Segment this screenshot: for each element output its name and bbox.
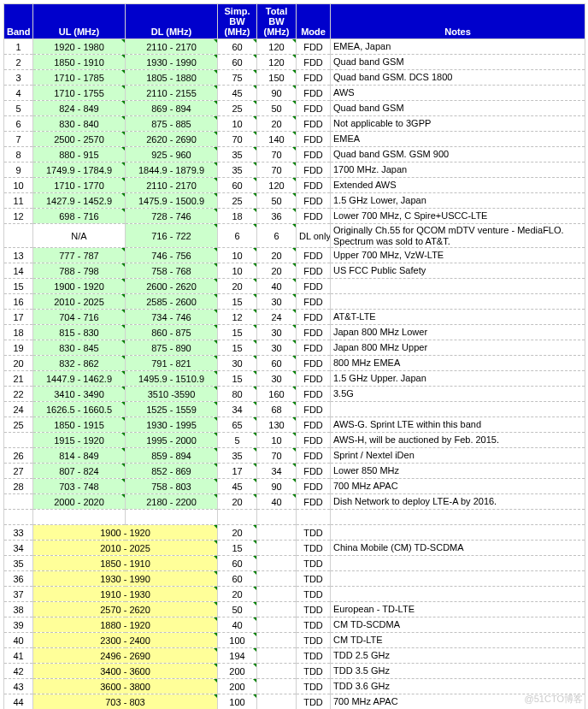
cell-tbw: 60 [257, 356, 297, 371]
header-tbw: Total BW (MHz) [257, 4, 297, 39]
table-row: 44703 - 803100TDD700 MHz APAC [4, 694, 585, 709]
empty-cell [297, 510, 331, 525]
cell-dl: 2600 - 2620 [126, 279, 218, 294]
band-table: Band UL (MHz) DL (MHz) Simp. BW (MHz) To… [3, 3, 585, 709]
table-row: 1915 - 19201995 - 2000510FDDAWS-H, will … [4, 433, 585, 448]
cell-sbw: 20 [218, 279, 257, 294]
empty-cell [218, 510, 257, 525]
cell-freq-merged: 2496 - 2690 [33, 648, 218, 664]
cell-tbw [257, 587, 297, 602]
cell-tbw: 120 [257, 39, 297, 55]
cell-sbw: 12 [218, 310, 257, 325]
cell-notes: Quad band GSM. DCS 1800 [331, 70, 585, 86]
cell-mode: TDD [297, 664, 331, 679]
table-row: 111427.9 - 1452.91475.9 - 1500.92550FDD1… [4, 193, 585, 209]
cell-tbw [257, 571, 297, 587]
cell-sbw: 200 [218, 679, 257, 694]
cell-freq-merged: 3600 - 3800 [33, 679, 218, 694]
cell-ul: N/A [33, 224, 126, 248]
table-row: 331900 - 192020TDD [4, 525, 585, 541]
table-row: 27807 - 824852 - 8691734FDDLower 850 MHz [4, 464, 585, 479]
cell-sbw: 65 [218, 417, 257, 433]
cell-band: 8 [4, 147, 33, 162]
table-row: 11920 - 19802110 - 217060120FDDEMEA, Jap… [4, 39, 585, 55]
cell-ul: 3410 - 3490 [33, 387, 126, 402]
cell-band: 4 [4, 86, 33, 101]
cell-ul: 704 - 716 [33, 310, 126, 325]
cell-dl: 2620 - 2690 [126, 132, 218, 147]
cell-sbw: 20 [218, 525, 257, 541]
cell-mode: FDD [297, 55, 331, 70]
table-row: 101710 - 17702110 - 217060120FDDExtended… [4, 178, 585, 193]
cell-band: 1 [4, 39, 33, 55]
cell-notes: Japan 800 MHz Lower [331, 325, 585, 340]
header-notes: Notes [331, 4, 585, 39]
cell-freq-merged: 2010 - 2025 [33, 541, 218, 556]
cell-notes: 1700 MHz. Japan [331, 162, 585, 178]
cell-mode: TDD [297, 571, 331, 587]
cell-dl: 746 - 756 [126, 248, 218, 263]
cell-sbw: 60 [218, 55, 257, 70]
cell-dl: 1475.9 - 1500.9 [126, 193, 218, 209]
cell-sbw: 10 [218, 116, 257, 132]
cell-dl: 1805 - 1880 [126, 70, 218, 86]
cell-tbw: 40 [257, 279, 297, 294]
table-row: 26814 - 849859 - 8943570FDDSprint / Next… [4, 448, 585, 464]
cell-notes: Lower 700 MHz, C Spire+USCC-LTE [331, 209, 585, 224]
cell-mode: FDD [297, 310, 331, 325]
cell-mode: FDD [297, 248, 331, 263]
cell-mode: TDD [297, 541, 331, 556]
cell-dl: 1930 - 1995 [126, 417, 218, 433]
header-dl: DL (MHz) [126, 4, 218, 39]
cell-band: 17 [4, 310, 33, 325]
cell-band: 42 [4, 664, 33, 679]
table-row: 351850 - 191060TDD [4, 556, 585, 571]
cell-dl: 1930 - 1990 [126, 55, 218, 70]
table-row: 2000 - 20202180 - 22002040FDDDish Networ… [4, 494, 585, 510]
table-row: 251850 - 19151930 - 199565130FDDAWS-G. S… [4, 417, 585, 433]
cell-sbw: 60 [218, 39, 257, 55]
cell-mode: FDD [297, 494, 331, 510]
cell-notes: Quad band GSM [331, 55, 585, 70]
cell-sbw: 60 [218, 178, 257, 193]
cell-tbw: 50 [257, 193, 297, 209]
cell-sbw: 34 [218, 402, 257, 417]
cell-sbw: 200 [218, 664, 257, 679]
cell-tbw: 90 [257, 86, 297, 101]
cell-dl: 734 - 746 [126, 310, 218, 325]
cell-sbw: 80 [218, 387, 257, 402]
cell-band: 12 [4, 209, 33, 224]
cell-ul: 830 - 845 [33, 340, 126, 356]
table-row: 371910 - 193020TDD [4, 587, 585, 602]
cell-notes: TDD 3.6 GHz [331, 679, 585, 694]
cell-tbw: 36 [257, 209, 297, 224]
cell-tbw: 90 [257, 479, 297, 494]
cell-sbw: 5 [218, 433, 257, 448]
cell-mode: DL only [297, 224, 331, 248]
cell-notes [331, 525, 585, 541]
cell-mode: TDD [297, 617, 331, 633]
cell-dl: 925 - 960 [126, 147, 218, 162]
cell-sbw: 30 [218, 356, 257, 371]
cell-notes: 700 MHz APAC [331, 479, 585, 494]
cell-mode: FDD [297, 417, 331, 433]
cell-dl: 2110 - 2170 [126, 39, 218, 55]
table-row: 19830 - 845875 - 8901530FDDJapan 800 MHz… [4, 340, 585, 356]
cell-mode: FDD [297, 294, 331, 310]
cell-ul: 807 - 824 [33, 464, 126, 479]
cell-mode: TDD [297, 525, 331, 541]
cell-ul: 1710 - 1755 [33, 86, 126, 101]
cell-band: 43 [4, 679, 33, 694]
cell-mode: FDD [297, 147, 331, 162]
cell-mode: FDD [297, 263, 331, 279]
cell-notes: Lower 850 MHz [331, 464, 585, 479]
cell-tbw: 30 [257, 294, 297, 310]
cell-mode: FDD [297, 448, 331, 464]
cell-notes [331, 402, 585, 417]
cell-tbw [257, 694, 297, 709]
cell-mode: FDD [297, 356, 331, 371]
cell-sbw: 20 [218, 587, 257, 602]
cell-band: 11 [4, 193, 33, 209]
table-row: 361930 - 199060TDD [4, 571, 585, 587]
cell-sbw: 20 [218, 494, 257, 510]
